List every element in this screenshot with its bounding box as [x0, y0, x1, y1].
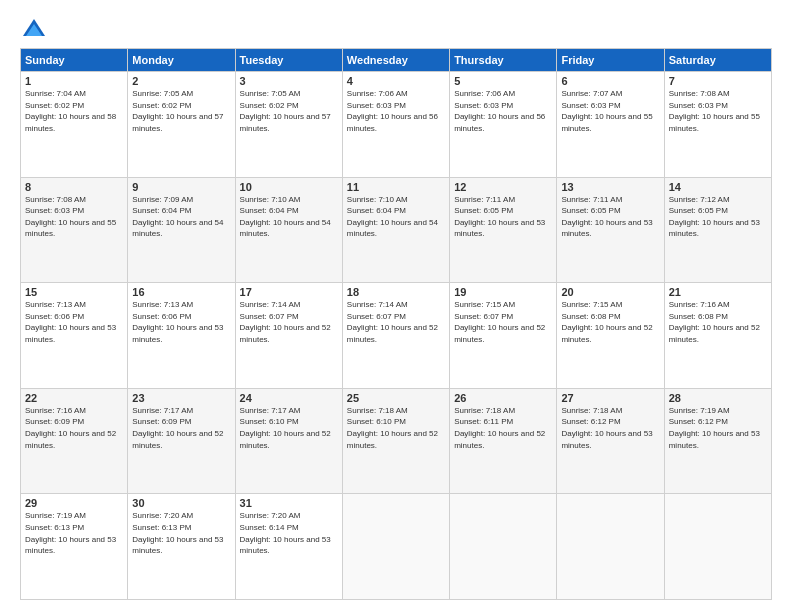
day-number: 23 [132, 392, 230, 404]
calendar-header: SundayMondayTuesdayWednesdayThursdayFrid… [21, 49, 772, 72]
day-cell [664, 494, 771, 600]
header-monday: Monday [128, 49, 235, 72]
day-cell: 7Sunrise: 7:08 AMSunset: 6:03 PMDaylight… [664, 72, 771, 178]
calendar-body: 1Sunrise: 7:04 AMSunset: 6:02 PMDaylight… [21, 72, 772, 600]
day-info: Sunrise: 7:10 AMSunset: 6:04 PMDaylight:… [240, 194, 338, 240]
day-info: Sunrise: 7:05 AMSunset: 6:02 PMDaylight:… [240, 88, 338, 134]
day-number: 25 [347, 392, 445, 404]
day-cell: 16Sunrise: 7:13 AMSunset: 6:06 PMDayligh… [128, 283, 235, 389]
day-cell: 5Sunrise: 7:06 AMSunset: 6:03 PMDaylight… [450, 72, 557, 178]
week-row-1: 1Sunrise: 7:04 AMSunset: 6:02 PMDaylight… [21, 72, 772, 178]
day-info: Sunrise: 7:17 AMSunset: 6:10 PMDaylight:… [240, 405, 338, 451]
header-wednesday: Wednesday [342, 49, 449, 72]
day-cell: 3Sunrise: 7:05 AMSunset: 6:02 PMDaylight… [235, 72, 342, 178]
week-row-3: 15Sunrise: 7:13 AMSunset: 6:06 PMDayligh… [21, 283, 772, 389]
day-cell: 21Sunrise: 7:16 AMSunset: 6:08 PMDayligh… [664, 283, 771, 389]
day-cell: 13Sunrise: 7:11 AMSunset: 6:05 PMDayligh… [557, 177, 664, 283]
day-cell: 10Sunrise: 7:10 AMSunset: 6:04 PMDayligh… [235, 177, 342, 283]
day-info: Sunrise: 7:12 AMSunset: 6:05 PMDaylight:… [669, 194, 767, 240]
day-cell [342, 494, 449, 600]
day-info: Sunrise: 7:14 AMSunset: 6:07 PMDaylight:… [347, 299, 445, 345]
logo [20, 16, 52, 44]
day-cell: 6Sunrise: 7:07 AMSunset: 6:03 PMDaylight… [557, 72, 664, 178]
day-info: Sunrise: 7:18 AMSunset: 6:11 PMDaylight:… [454, 405, 552, 451]
day-info: Sunrise: 7:08 AMSunset: 6:03 PMDaylight:… [25, 194, 123, 240]
day-number: 19 [454, 286, 552, 298]
header [20, 16, 772, 44]
day-info: Sunrise: 7:13 AMSunset: 6:06 PMDaylight:… [25, 299, 123, 345]
day-info: Sunrise: 7:20 AMSunset: 6:14 PMDaylight:… [240, 510, 338, 556]
day-info: Sunrise: 7:11 AMSunset: 6:05 PMDaylight:… [561, 194, 659, 240]
day-info: Sunrise: 7:05 AMSunset: 6:02 PMDaylight:… [132, 88, 230, 134]
day-cell: 9Sunrise: 7:09 AMSunset: 6:04 PMDaylight… [128, 177, 235, 283]
week-row-2: 8Sunrise: 7:08 AMSunset: 6:03 PMDaylight… [21, 177, 772, 283]
day-cell: 24Sunrise: 7:17 AMSunset: 6:10 PMDayligh… [235, 388, 342, 494]
day-cell: 31Sunrise: 7:20 AMSunset: 6:14 PMDayligh… [235, 494, 342, 600]
day-number: 6 [561, 75, 659, 87]
day-number: 18 [347, 286, 445, 298]
day-number: 14 [669, 181, 767, 193]
day-number: 10 [240, 181, 338, 193]
header-saturday: Saturday [664, 49, 771, 72]
header-thursday: Thursday [450, 49, 557, 72]
day-cell: 30Sunrise: 7:20 AMSunset: 6:13 PMDayligh… [128, 494, 235, 600]
day-info: Sunrise: 7:18 AMSunset: 6:10 PMDaylight:… [347, 405, 445, 451]
day-cell: 12Sunrise: 7:11 AMSunset: 6:05 PMDayligh… [450, 177, 557, 283]
calendar-page: SundayMondayTuesdayWednesdayThursdayFrid… [0, 0, 792, 612]
day-info: Sunrise: 7:18 AMSunset: 6:12 PMDaylight:… [561, 405, 659, 451]
day-cell: 19Sunrise: 7:15 AMSunset: 6:07 PMDayligh… [450, 283, 557, 389]
day-info: Sunrise: 7:15 AMSunset: 6:08 PMDaylight:… [561, 299, 659, 345]
day-info: Sunrise: 7:04 AMSunset: 6:02 PMDaylight:… [25, 88, 123, 134]
day-cell: 27Sunrise: 7:18 AMSunset: 6:12 PMDayligh… [557, 388, 664, 494]
day-info: Sunrise: 7:09 AMSunset: 6:04 PMDaylight:… [132, 194, 230, 240]
day-info: Sunrise: 7:16 AMSunset: 6:08 PMDaylight:… [669, 299, 767, 345]
day-cell: 4Sunrise: 7:06 AMSunset: 6:03 PMDaylight… [342, 72, 449, 178]
day-number: 8 [25, 181, 123, 193]
day-info: Sunrise: 7:06 AMSunset: 6:03 PMDaylight:… [454, 88, 552, 134]
day-info: Sunrise: 7:15 AMSunset: 6:07 PMDaylight:… [454, 299, 552, 345]
day-info: Sunrise: 7:11 AMSunset: 6:05 PMDaylight:… [454, 194, 552, 240]
day-number: 3 [240, 75, 338, 87]
day-cell: 26Sunrise: 7:18 AMSunset: 6:11 PMDayligh… [450, 388, 557, 494]
day-cell: 22Sunrise: 7:16 AMSunset: 6:09 PMDayligh… [21, 388, 128, 494]
day-info: Sunrise: 7:13 AMSunset: 6:06 PMDaylight:… [132, 299, 230, 345]
day-number: 28 [669, 392, 767, 404]
header-row: SundayMondayTuesdayWednesdayThursdayFrid… [21, 49, 772, 72]
day-number: 22 [25, 392, 123, 404]
day-number: 29 [25, 497, 123, 509]
day-number: 24 [240, 392, 338, 404]
day-cell [450, 494, 557, 600]
day-cell [557, 494, 664, 600]
day-info: Sunrise: 7:20 AMSunset: 6:13 PMDaylight:… [132, 510, 230, 556]
day-info: Sunrise: 7:19 AMSunset: 6:13 PMDaylight:… [25, 510, 123, 556]
day-info: Sunrise: 7:07 AMSunset: 6:03 PMDaylight:… [561, 88, 659, 134]
day-cell: 25Sunrise: 7:18 AMSunset: 6:10 PMDayligh… [342, 388, 449, 494]
calendar-table: SundayMondayTuesdayWednesdayThursdayFrid… [20, 48, 772, 600]
day-info: Sunrise: 7:19 AMSunset: 6:12 PMDaylight:… [669, 405, 767, 451]
day-cell: 18Sunrise: 7:14 AMSunset: 6:07 PMDayligh… [342, 283, 449, 389]
day-cell: 28Sunrise: 7:19 AMSunset: 6:12 PMDayligh… [664, 388, 771, 494]
header-tuesday: Tuesday [235, 49, 342, 72]
logo-icon [20, 16, 48, 44]
week-row-4: 22Sunrise: 7:16 AMSunset: 6:09 PMDayligh… [21, 388, 772, 494]
day-cell: 17Sunrise: 7:14 AMSunset: 6:07 PMDayligh… [235, 283, 342, 389]
day-number: 15 [25, 286, 123, 298]
day-cell: 29Sunrise: 7:19 AMSunset: 6:13 PMDayligh… [21, 494, 128, 600]
day-number: 17 [240, 286, 338, 298]
day-info: Sunrise: 7:10 AMSunset: 6:04 PMDaylight:… [347, 194, 445, 240]
day-number: 7 [669, 75, 767, 87]
day-number: 16 [132, 286, 230, 298]
day-number: 13 [561, 181, 659, 193]
day-cell: 23Sunrise: 7:17 AMSunset: 6:09 PMDayligh… [128, 388, 235, 494]
day-cell: 20Sunrise: 7:15 AMSunset: 6:08 PMDayligh… [557, 283, 664, 389]
week-row-5: 29Sunrise: 7:19 AMSunset: 6:13 PMDayligh… [21, 494, 772, 600]
day-number: 31 [240, 497, 338, 509]
day-info: Sunrise: 7:16 AMSunset: 6:09 PMDaylight:… [25, 405, 123, 451]
header-sunday: Sunday [21, 49, 128, 72]
day-number: 21 [669, 286, 767, 298]
day-number: 30 [132, 497, 230, 509]
day-number: 27 [561, 392, 659, 404]
day-number: 9 [132, 181, 230, 193]
day-cell: 15Sunrise: 7:13 AMSunset: 6:06 PMDayligh… [21, 283, 128, 389]
day-number: 2 [132, 75, 230, 87]
